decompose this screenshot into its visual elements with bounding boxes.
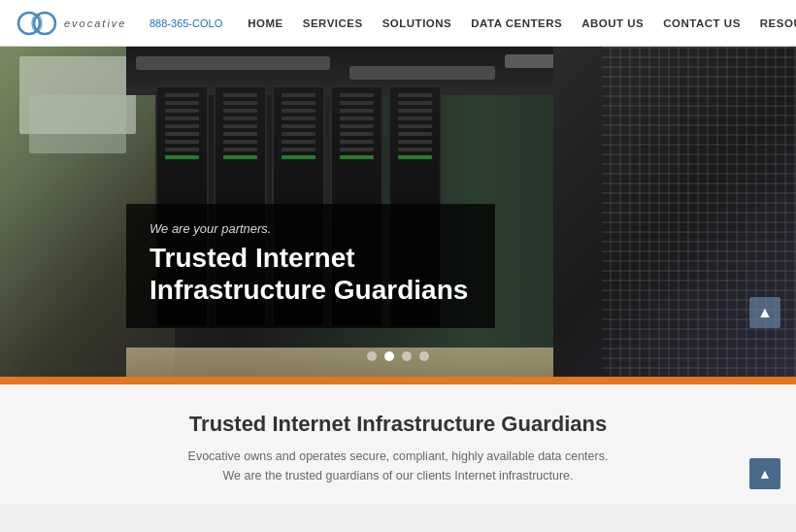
hero-title: Trusted Internet Infrastructure Guardian… [149, 242, 472, 307]
orange-divider [0, 377, 796, 384]
content-desc-line2: We are the trusted guardians of our clie… [222, 469, 573, 482]
logo-text: evocative [64, 17, 126, 29]
carousel-dots [367, 351, 429, 361]
carousel-dot-3[interactable] [402, 351, 412, 361]
scroll-up-button[interactable]: ▲ [749, 297, 780, 328]
nav-item-about-us[interactable]: ABOUT US [572, 17, 653, 29]
nav-item-solutions[interactable]: SOLUTIONS [373, 17, 462, 29]
nav-item-services[interactable]: SERVICES [293, 17, 373, 29]
nav-item-contact-us[interactable]: CONTACT US [653, 17, 750, 29]
nav-item-data-centers[interactable]: DATA CENTERS [461, 17, 572, 29]
floor [126, 348, 573, 377]
content-section: Trusted Internet Infrastructure Guardian… [0, 384, 796, 505]
pipe-2 [349, 66, 495, 80]
content-description: Evocative owns and operates secure, comp… [19, 447, 777, 485]
content-title: Trusted Internet Infrastructure Guardian… [19, 412, 777, 437]
svg-point-1 [34, 13, 55, 34]
header: evocative 888-365-COLO HOME SERVICES SOL… [0, 0, 796, 47]
nav-item-home[interactable]: HOME [238, 17, 293, 29]
content-desc-line1: Evocative owns and operates secure, comp… [188, 449, 609, 463]
phone-number[interactable]: 888-365-COLO [149, 17, 222, 29]
hero-subtitle: We are your partners. [149, 221, 472, 236]
main-nav: HOME SERVICES SOLUTIONS DATA CENTERS ABO… [238, 17, 796, 29]
pipe-1 [136, 56, 330, 70]
hero-section: We are your partners. Trusted Internet I… [0, 47, 796, 377]
hero-overlay: We are your partners. Trusted Internet I… [126, 204, 495, 328]
carousel-dot-2[interactable] [384, 351, 394, 361]
content-wrapper: Trusted Internet Infrastructure Guardian… [0, 384, 796, 505]
logo-icon [16, 10, 58, 37]
nav-item-resources[interactable]: RESOURCES [750, 17, 796, 29]
carousel-dot-1[interactable] [367, 351, 377, 361]
scroll-bottom-button[interactable]: ▲ [749, 458, 780, 489]
carousel-dot-4[interactable] [419, 351, 429, 361]
logo-area: evocative [16, 10, 132, 37]
